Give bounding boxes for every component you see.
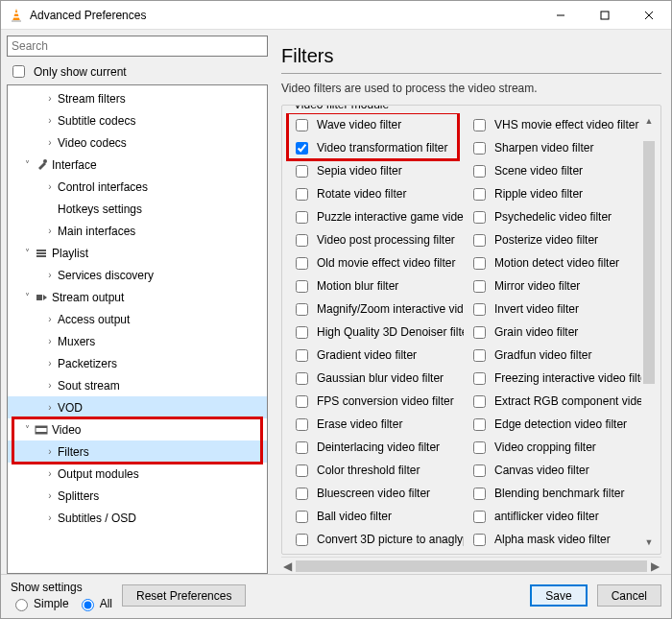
tree-item-subtitles-osd[interactable]: ›Subtitles / OSD <box>8 507 267 529</box>
tree-item-splitters[interactable]: ›Splitters <box>8 485 267 507</box>
filter-checkbox[interactable] <box>473 303 486 316</box>
preferences-tree[interactable]: ›Stream filters›Subtitle codecs›Video co… <box>7 84 268 574</box>
filter-bluescreen-video-filter[interactable]: Bluescreen video filter <box>286 482 464 505</box>
filter-checkbox[interactable] <box>296 349 308 362</box>
filter-vhs-movie-effect-video-filter[interactable]: VHS movie effect video filter <box>464 113 641 136</box>
filter-puzzle-interactive-game-video-filter[interactable]: Puzzle interactive game video filter <box>286 205 464 228</box>
filter-video-cropping-filter[interactable]: Video cropping filter <box>464 436 641 459</box>
filter-sepia-video-filter[interactable]: Sepia video filter <box>286 159 464 182</box>
search-input[interactable] <box>7 36 268 57</box>
filter-checkbox[interactable] <box>296 488 308 500</box>
filter-grain-video-filter[interactable]: Grain video filter <box>464 321 641 344</box>
tree-item-main-interfaces[interactable]: ›Main interfaces <box>8 220 267 242</box>
filter-psychedelic-video-filter[interactable]: Psychedelic video filter <box>464 205 641 228</box>
filter-checkbox[interactable] <box>296 395 308 408</box>
filter-deinterlacing-video-filter[interactable]: Deinterlacing video filter <box>286 436 464 459</box>
filter-checkbox[interactable] <box>473 441 486 454</box>
filter-checkbox[interactable] <box>473 349 486 362</box>
filter-checkbox[interactable] <box>296 372 308 385</box>
filter-video-post-processing-filter[interactable]: Video post processing filter <box>286 228 464 251</box>
filter-rotate-video-filter[interactable]: Rotate video filter <box>286 182 464 205</box>
tree-item-interface[interactable]: ˅Interface <box>8 154 267 176</box>
filter-checkbox[interactable] <box>473 119 486 131</box>
close-button[interactable] <box>627 1 671 30</box>
filter-checkbox[interactable] <box>473 534 486 546</box>
filter-mirror-video-filter[interactable]: Mirror video filter <box>464 274 641 298</box>
only-show-current-checkbox[interactable] <box>12 65 25 78</box>
filter-checkbox[interactable] <box>296 165 308 178</box>
filter-gradfun-video-filter[interactable]: Gradfun video filter <box>464 344 641 367</box>
vertical-scrollbar[interactable]: ▲ ▼ <box>641 113 657 550</box>
tree-item-muxers[interactable]: ›Muxers <box>8 330 267 352</box>
filter-ball-video-filter[interactable]: Ball video filter <box>286 505 464 528</box>
filter-gradient-video-filter[interactable]: Gradient video filter <box>286 344 464 367</box>
filter-checkbox[interactable] <box>473 511 486 523</box>
filter-alpha-mask-video-filter[interactable]: Alpha mask video filter <box>464 528 641 550</box>
filter-checkbox[interactable] <box>296 326 308 339</box>
filter-canvas-video-filter[interactable]: Canvas video filter <box>464 459 641 482</box>
filter-erase-video-filter[interactable]: Erase video filter <box>286 413 464 436</box>
filter-checkbox[interactable] <box>473 257 486 270</box>
radio-simple[interactable]: Simple <box>11 596 69 611</box>
filter-scene-video-filter[interactable]: Scene video filter <box>464 159 641 182</box>
filter-checkbox[interactable] <box>473 142 486 155</box>
filter-checkbox[interactable] <box>296 211 308 224</box>
filter-checkbox[interactable] <box>296 280 308 293</box>
filter-checkbox[interactable] <box>296 303 308 316</box>
filter-invert-video-filter[interactable]: Invert video filter <box>464 298 641 321</box>
tree-item-video-codecs[interactable]: ›Video codecs <box>8 131 267 154</box>
filter-checkbox[interactable] <box>296 511 308 523</box>
horizontal-scrollbar[interactable]: ◀ ▶ <box>281 557 661 574</box>
filter-magnify-zoom-interactive-video-filter[interactable]: Magnify/Zoom interactive video filter <box>286 298 464 321</box>
filter-checkbox[interactable] <box>473 372 486 385</box>
filter-checkbox[interactable] <box>296 418 308 431</box>
filter-video-transformation-filter[interactable]: Video transformation filter <box>286 136 464 159</box>
filter-checkbox[interactable] <box>473 165 486 178</box>
tree-item-video[interactable]: ˅Video <box>8 418 267 440</box>
tree-item-stream-filters[interactable]: ›Stream filters <box>8 87 267 109</box>
filter-checkbox[interactable] <box>296 441 308 454</box>
filter-checkbox[interactable] <box>473 488 486 500</box>
scroll-left-icon[interactable]: ◀ <box>283 559 292 573</box>
tree-item-sout-stream[interactable]: ›Sout stream <box>8 374 267 396</box>
filter-checkbox[interactable] <box>296 534 308 546</box>
filter-checkbox[interactable] <box>473 326 486 339</box>
tree-item-playlist[interactable]: ˅Playlist <box>8 242 267 264</box>
filter-checkbox[interactable] <box>473 211 486 224</box>
tree-item-packetizers[interactable]: ›Packetizers <box>8 352 267 374</box>
filter-checkbox[interactable] <box>296 234 308 247</box>
radio-all[interactable]: All <box>77 596 112 611</box>
filter-motion-blur-filter[interactable]: Motion blur filter <box>286 274 464 298</box>
filter-checkbox[interactable] <box>473 418 486 431</box>
minimize-button[interactable] <box>539 1 583 30</box>
filter-ripple-video-filter[interactable]: Ripple video filter <box>464 182 641 205</box>
filter-freezing-interactive-video-filter[interactable]: Freezing interactive video filter <box>464 367 641 390</box>
reset-button[interactable]: Reset Preferences <box>122 584 246 607</box>
save-button[interactable]: Save <box>530 584 587 607</box>
filter-old-movie-effect-video-filter[interactable]: Old movie effect video filter <box>286 251 464 274</box>
tree-item-output-modules[interactable]: ›Output modules <box>8 463 267 485</box>
filter-checkbox[interactable] <box>473 188 486 201</box>
tree-item-vod[interactable]: ›VOD <box>8 396 267 418</box>
filter-posterize-video-filter[interactable]: Posterize video filter <box>464 228 641 251</box>
scroll-down-icon[interactable]: ▼ <box>641 535 657 550</box>
filter-checkbox[interactable] <box>296 188 308 201</box>
filter-wave-video-filter[interactable]: Wave video filter <box>286 113 464 136</box>
filter-checkbox[interactable] <box>473 395 486 408</box>
filter-blending-benchmark-filter[interactable]: Blending benchmark filter <box>464 482 641 505</box>
filter-gaussian-blur-video-filter[interactable]: Gaussian blur video filter <box>286 367 464 390</box>
tree-item-filters[interactable]: ›Filters <box>8 440 267 463</box>
filter-checkbox[interactable] <box>296 464 308 477</box>
filter-checkbox[interactable] <box>473 280 486 293</box>
cancel-button[interactable]: Cancel <box>597 584 661 607</box>
tree-item-subtitle-codecs[interactable]: ›Subtitle codecs <box>8 109 267 131</box>
filter-checkbox[interactable] <box>296 142 308 155</box>
scroll-right-icon[interactable]: ▶ <box>651 559 660 573</box>
tree-item-stream-output[interactable]: ˅Stream output <box>8 286 267 308</box>
filter-checkbox[interactable] <box>473 234 486 247</box>
filter-checkbox[interactable] <box>296 257 308 270</box>
maximize-button[interactable] <box>583 1 627 30</box>
tree-item-access-output[interactable]: ›Access output <box>8 308 267 330</box>
filter-color-threshold-filter[interactable]: Color threshold filter <box>286 459 464 482</box>
filter-fps-conversion-video-filter[interactable]: FPS conversion video filter <box>286 390 464 413</box>
